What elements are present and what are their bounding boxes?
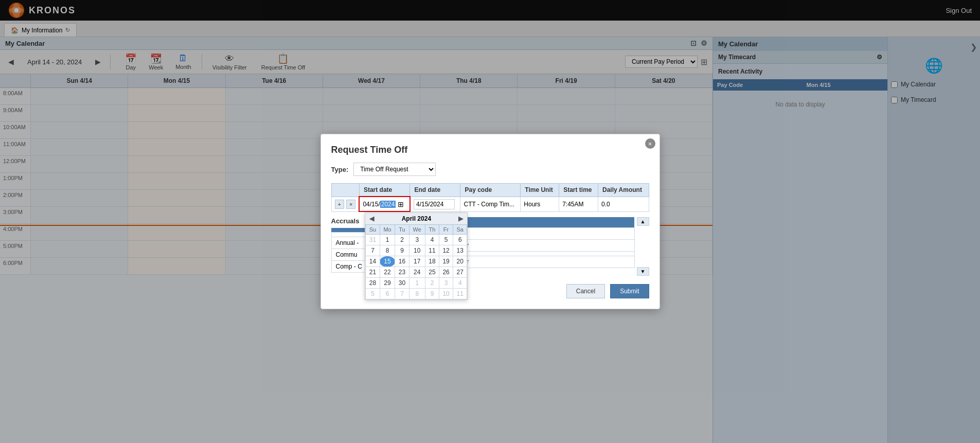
cal-day[interactable]: 17 xyxy=(409,256,425,267)
add-row-btn[interactable]: + xyxy=(335,200,344,209)
cal-th-sa: Sa xyxy=(453,225,467,235)
row-actions-cell: + × xyxy=(331,197,359,211)
cal-day[interactable]: 1 xyxy=(380,235,395,245)
cal-day[interactable]: 6 xyxy=(453,235,467,245)
cal-day[interactable]: 22 xyxy=(380,267,395,278)
balance-val-1: Hour xyxy=(441,228,634,240)
modal-close-button[interactable]: × xyxy=(645,138,655,149)
calendar-picker-icon[interactable]: ⊞ xyxy=(398,200,404,208)
request-time-off-modal: × Request Time Off Type: Time Off Reques… xyxy=(320,134,660,309)
start-date-input: 04/15/2024 ⊞ xyxy=(363,200,406,208)
cal-day[interactable]: 5 xyxy=(366,289,380,299)
type-label: Type: xyxy=(331,166,349,173)
cal-month-year: April 2024 xyxy=(402,215,431,222)
cal-day[interactable]: 8 xyxy=(409,289,425,299)
balance-table: Balance Hour 8.0 Hour xyxy=(440,217,634,268)
scroll-down-btn[interactable]: ▼ xyxy=(637,267,649,276)
cal-th-su: Su xyxy=(366,225,380,235)
balance-scroll-wrap: Balance Hour 8.0 Hour xyxy=(440,217,649,276)
cal-day[interactable]: 30 xyxy=(395,278,409,289)
end-date-input[interactable] xyxy=(414,199,455,209)
scroll-up-btn[interactable]: ▲ xyxy=(637,217,649,226)
pay-code-cell: CTT - Comp Tim... xyxy=(460,197,521,211)
cal-day[interactable]: 29 xyxy=(380,278,395,289)
cal-th-we: We xyxy=(409,225,425,235)
start-time-cell: 7:45AM xyxy=(559,197,598,211)
cal-day[interactable]: 2 xyxy=(395,235,409,245)
cal-day[interactable]: 23 xyxy=(395,267,409,278)
cancel-button[interactable]: Cancel xyxy=(566,284,605,298)
balance-val-2: 8.0 Hour xyxy=(441,240,634,252)
cal-day[interactable]: 15 xyxy=(380,256,395,267)
cal-th-th: Th xyxy=(425,225,439,235)
cal-day[interactable]: 31 xyxy=(366,235,380,245)
cal-day[interactable]: 20 xyxy=(453,256,467,267)
cal-day[interactable]: 11 xyxy=(425,245,439,256)
col-start-date: Start date xyxy=(359,184,410,197)
balance-col: Balance xyxy=(441,217,634,228)
cal-day[interactable]: 11 xyxy=(453,289,467,299)
cal-day[interactable]: 25 xyxy=(425,267,439,278)
col-end-date: End date xyxy=(410,184,460,197)
balance-table-wrap: Balance Hour 8.0 Hour xyxy=(440,217,634,268)
time-unit-cell: Hours xyxy=(521,197,559,211)
start-date-text: 04/15/2024 xyxy=(363,201,396,208)
cal-week-0: 31123456 xyxy=(366,235,467,245)
table-row: + × 04/15/2024 ⊞ xyxy=(331,197,649,211)
modal-content-area: Start date End date Pay code Time Unit S… xyxy=(331,183,649,276)
cal-next-month[interactable]: ▶ xyxy=(458,215,463,222)
cal-week-2: 14151617181920 xyxy=(366,256,467,267)
cal-week-1: 78910111213 xyxy=(366,245,467,256)
cal-day[interactable]: 13 xyxy=(453,245,467,256)
cal-tbody: 3112345678910111213141516171819202122232… xyxy=(366,235,467,299)
daily-amount-cell: 0.0 xyxy=(598,197,649,211)
cal-day[interactable]: 4 xyxy=(453,278,467,289)
cal-day[interactable]: 4 xyxy=(425,235,439,245)
cal-week-3: 21222324252627 xyxy=(366,267,467,278)
cal-day[interactable]: 27 xyxy=(453,267,467,278)
cal-day[interactable]: 7 xyxy=(366,245,380,256)
date-picker-popup: ◀ April 2024 ▶ Su Mo Tu xyxy=(365,212,468,300)
balance-section: Balance Hour 8.0 Hour xyxy=(440,217,649,276)
cal-popup-header: ◀ April 2024 ▶ xyxy=(365,213,467,224)
cal-day[interactable]: 9 xyxy=(395,245,409,256)
cal-day[interactable]: 2 xyxy=(425,278,439,289)
submit-button[interactable]: Submit xyxy=(610,284,649,298)
start-date-year: 2024 xyxy=(380,201,396,208)
type-select[interactable]: Time Off Request xyxy=(353,163,436,176)
cal-day[interactable]: 18 xyxy=(425,256,439,267)
cal-grid: Su Mo Tu We Th Fr Sa xyxy=(365,224,467,299)
cal-day[interactable]: 1 xyxy=(409,278,425,289)
cal-day[interactable]: 12 xyxy=(439,245,453,256)
cal-day[interactable]: 9 xyxy=(425,289,439,299)
cal-week-5: 567891011 xyxy=(366,289,467,299)
col-daily-amount: Daily Amount xyxy=(598,184,649,197)
cal-day[interactable]: 8 xyxy=(380,245,395,256)
start-date-cell: 04/15/2024 ⊞ ◀ April 2024 ▶ xyxy=(359,197,410,211)
balance-row-1: Hour xyxy=(441,228,634,240)
cal-prev-month[interactable]: ◀ xyxy=(369,215,374,222)
cal-day[interactable]: 10 xyxy=(409,245,425,256)
balance-row-3 xyxy=(441,252,634,256)
cal-th-fr: Fr xyxy=(439,225,453,235)
delete-row-btn[interactable]: × xyxy=(346,200,355,209)
cal-day[interactable]: 10 xyxy=(439,289,453,299)
col-start-time: Start time xyxy=(559,184,598,197)
row-actions: + × xyxy=(335,200,356,209)
cal-day[interactable]: 3 xyxy=(409,235,425,245)
cal-day[interactable]: 7 xyxy=(395,289,409,299)
cal-day[interactable]: 3 xyxy=(439,278,453,289)
cal-day[interactable]: 16 xyxy=(395,256,409,267)
cal-day[interactable]: 14 xyxy=(366,256,380,267)
cal-day[interactable]: 5 xyxy=(439,235,453,245)
cal-day[interactable]: 6 xyxy=(380,289,395,299)
balance-row-2: 8.0 Hour xyxy=(441,240,634,252)
col-time-unit: Time Unit xyxy=(521,184,559,197)
cal-day[interactable]: 21 xyxy=(366,267,380,278)
cal-day[interactable]: 28 xyxy=(366,278,380,289)
cal-day[interactable]: 24 xyxy=(409,267,425,278)
cal-day[interactable]: 26 xyxy=(439,267,453,278)
cal-day[interactable]: 19 xyxy=(439,256,453,267)
balance-row-4: 0.0 Hour xyxy=(441,256,634,268)
cal-week-4: 2829301234 xyxy=(366,278,467,289)
